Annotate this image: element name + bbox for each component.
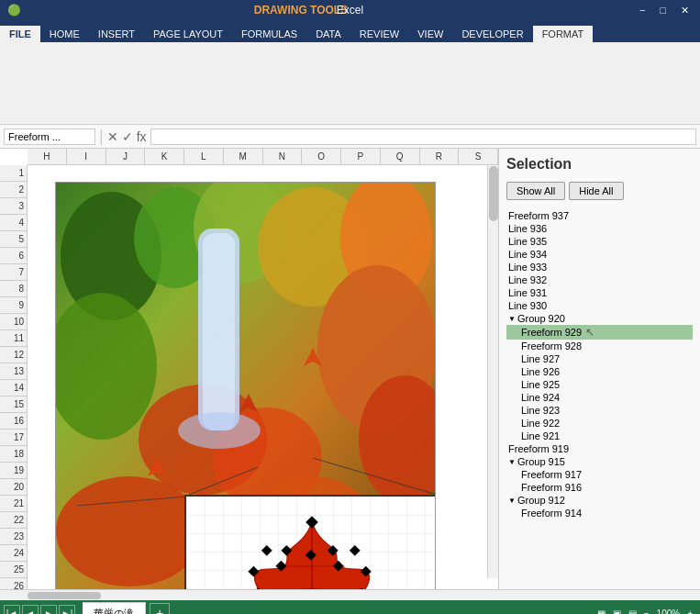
vertical-scrollbar[interactable] bbox=[487, 165, 498, 578]
selection-buttons: Show All Hide All bbox=[506, 182, 693, 200]
item-label: Line 922 bbox=[521, 418, 560, 429]
close-button[interactable]: ✕ bbox=[677, 5, 693, 17]
col-k: K bbox=[145, 149, 184, 164]
list-item[interactable]: Freeform 928 bbox=[506, 340, 693, 352]
title-bar: 🟢 Excel DRAWING TOOLS − □ ✕ bbox=[0, 0, 700, 20]
zoom-box: ↖ bbox=[184, 495, 436, 589]
canvas-container: ↖ bbox=[28, 165, 498, 589]
vertical-scrollbar-thumb[interactable] bbox=[489, 166, 498, 221]
row-4: 4 bbox=[0, 215, 28, 231]
list-item[interactable]: Freeform 916 bbox=[506, 481, 693, 494]
row-12: 12 bbox=[0, 347, 28, 363]
tab-format[interactable]: FORMAT bbox=[533, 26, 594, 42]
tab-page-layout[interactable]: PAGE LAYOUT bbox=[144, 26, 232, 42]
group-920-row[interactable]: ▼ Group 920 bbox=[506, 312, 693, 325]
list-item[interactable]: Line 925 bbox=[506, 378, 693, 391]
list-item[interactable]: Line 921 bbox=[506, 430, 693, 442]
name-box[interactable]: Freeform ... bbox=[4, 128, 95, 145]
col-r: R bbox=[420, 149, 460, 164]
row-14: 14 bbox=[0, 380, 28, 396]
group-label: Group 915 bbox=[517, 456, 565, 467]
last-sheet-button[interactable]: ►| bbox=[59, 605, 75, 614]
tab-file[interactable]: FILE bbox=[0, 26, 40, 42]
group-915-row[interactable]: ▼ Group 915 bbox=[506, 455, 693, 468]
show-all-button[interactable]: Show All bbox=[506, 182, 565, 200]
row-26: 26 bbox=[0, 578, 28, 589]
zoom-in-button[interactable]: + bbox=[687, 608, 693, 615]
sheet-tab[interactable]: 華厳の滝 bbox=[83, 602, 146, 614]
tab-data[interactable]: DATA bbox=[306, 26, 350, 42]
list-item[interactable]: Freeform 917 bbox=[506, 468, 693, 481]
tab-insert[interactable]: INSERT bbox=[89, 26, 144, 42]
tab-home[interactable]: HOME bbox=[40, 26, 89, 42]
list-item[interactable]: Line 931 bbox=[506, 286, 693, 299]
row-13: 13 bbox=[0, 363, 28, 380]
row-24: 24 bbox=[0, 545, 28, 562]
list-item[interactable]: Line 936 bbox=[506, 222, 693, 235]
cursor-hover-icon: ↖ bbox=[585, 326, 594, 339]
row-7: 7 bbox=[0, 264, 28, 281]
list-item-freeform929[interactable]: Freeform 929 ↖ bbox=[506, 325, 693, 340]
status-bar: |◄ ◄ ► ►| 華厳の滝 + ▦ ▣ ▤ − 100% + bbox=[0, 600, 700, 614]
group-912-row[interactable]: ▼ Group 912 bbox=[506, 494, 693, 507]
tab-view[interactable]: VIEW bbox=[408, 26, 452, 42]
row-23: 23 bbox=[0, 529, 28, 545]
cancel-icon[interactable]: ✕ bbox=[107, 129, 118, 144]
main-area: H I J K L M N O P Q R S 1 2 3 4 5 6 7 8 bbox=[0, 149, 700, 589]
horizontal-scrollbar-thumb[interactable] bbox=[28, 592, 101, 599]
item-label: Line 932 bbox=[508, 274, 547, 285]
row-17: 17 bbox=[0, 430, 28, 446]
list-item[interactable]: Line 927 bbox=[506, 352, 693, 365]
col-h: H bbox=[28, 149, 67, 164]
horizontal-scrollbar[interactable] bbox=[0, 589, 700, 600]
prev-sheet-button[interactable]: ◄ bbox=[22, 605, 39, 614]
item-label: Freeform 929 bbox=[521, 327, 582, 338]
view-page-icon[interactable]: ▤ bbox=[628, 608, 637, 615]
item-label: Line 927 bbox=[521, 353, 560, 364]
add-sheet-button[interactable]: + bbox=[150, 603, 170, 614]
row-header: 1 2 3 4 5 6 7 8 9 10 11 12 13 14 15 16 1… bbox=[0, 165, 28, 589]
item-label: Line 924 bbox=[521, 392, 560, 403]
zoom-level: 100% bbox=[657, 608, 681, 615]
row-10: 10 bbox=[0, 314, 28, 330]
next-sheet-button[interactable]: ► bbox=[40, 605, 57, 614]
column-headers: H I J K L M N O P Q R S bbox=[28, 149, 498, 165]
list-item[interactable]: Line 923 bbox=[506, 404, 693, 417]
item-label: Line 921 bbox=[521, 430, 560, 441]
list-item[interactable]: Freeform 937 bbox=[506, 209, 693, 222]
maximize-button[interactable]: □ bbox=[656, 5, 670, 17]
zoom-out-button[interactable]: − bbox=[644, 608, 650, 615]
list-item[interactable]: Freeform 914 bbox=[506, 507, 693, 519]
item-label: Freeform 917 bbox=[521, 469, 582, 480]
function-icon[interactable]: fx bbox=[137, 129, 147, 144]
list-item[interactable]: Line 924 bbox=[506, 391, 693, 404]
list-item[interactable]: Line 932 bbox=[506, 274, 693, 286]
app-title: Excel bbox=[337, 4, 363, 17]
item-label: Line 933 bbox=[508, 262, 547, 273]
list-item[interactable]: Line 935 bbox=[506, 235, 693, 248]
row-20: 20 bbox=[0, 479, 28, 496]
list-item[interactable]: Freeform 919 bbox=[506, 442, 693, 455]
list-item[interactable]: Line 926 bbox=[506, 365, 693, 378]
first-sheet-button[interactable]: |◄ bbox=[4, 605, 20, 614]
svg-point-16 bbox=[178, 412, 261, 449]
hide-all-button[interactable]: Hide All bbox=[569, 182, 623, 200]
autumn-painting[interactable]: ↖ bbox=[55, 182, 436, 589]
view-normal-icon[interactable]: ▦ bbox=[597, 608, 606, 615]
list-item[interactable]: Line 934 bbox=[506, 248, 693, 261]
list-item[interactable]: Line 933 bbox=[506, 261, 693, 274]
row-8: 8 bbox=[0, 281, 28, 297]
minimize-button[interactable]: − bbox=[636, 5, 649, 17]
tab-developer[interactable]: DEVELOPER bbox=[452, 26, 532, 42]
confirm-icon[interactable]: ✓ bbox=[122, 129, 133, 144]
item-label: Freeform 928 bbox=[521, 340, 582, 352]
tab-review[interactable]: REVIEW bbox=[350, 26, 408, 42]
group-label: Group 912 bbox=[517, 495, 565, 506]
list-item[interactable]: Line 930 bbox=[506, 299, 693, 312]
view-layout-icon[interactable]: ▣ bbox=[613, 608, 621, 615]
svg-point-11 bbox=[56, 476, 203, 586]
formula-input[interactable] bbox=[150, 128, 696, 145]
list-item[interactable]: Line 922 bbox=[506, 417, 693, 430]
tab-formulas[interactable]: FORMULAS bbox=[232, 26, 306, 42]
drawing-tools-label: DRAWING TOOLS bbox=[254, 4, 348, 17]
